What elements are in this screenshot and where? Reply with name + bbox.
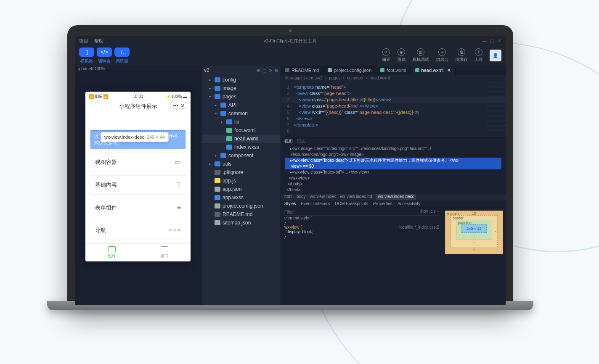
devtools-tab-log[interactable]: 日志 <box>297 138 305 144</box>
devtools-subtab[interactable]: Event Listeners <box>301 201 330 207</box>
collapse-icon[interactable]: ⊟ <box>275 68 278 73</box>
new-folder-icon[interactable]: ▢ <box>262 68 266 73</box>
simulator-toggle[interactable]: ▯ <box>79 47 94 57</box>
tree-root[interactable]: v2 <box>204 67 209 73</box>
upload-button[interactable]: ↥上传 <box>474 48 483 63</box>
devtools-tab-view[interactable]: 视图 <box>284 138 293 144</box>
folder-node[interactable]: ▾pages <box>201 92 281 101</box>
tabs-overflow-icon[interactable]: ⋯ <box>494 66 506 75</box>
tab-api[interactable]: 接口 <box>138 244 191 261</box>
cls-toggle[interactable]: .cls <box>429 209 435 215</box>
element-tooltip: wx-view.index-desc240 × 44 <box>101 132 169 142</box>
card-item[interactable]: 视图容器▭ <box>90 153 186 172</box>
devtools-subtab[interactable]: DOM Breakpoints <box>335 201 368 207</box>
file-node[interactable]: foot.wxml <box>201 126 281 135</box>
device-label[interactable]: iphone6 100% <box>75 66 201 75</box>
file-node[interactable]: app.json <box>201 185 281 193</box>
card-item[interactable]: 表单组件≡ <box>90 198 186 217</box>
nav-title: 小程序组件展示 <box>119 103 157 109</box>
tab-component[interactable]: 组件 <box>85 244 138 261</box>
minimap[interactable] <box>487 82 506 133</box>
background-button[interactable]: ⇥切后台 <box>436 48 448 63</box>
menu-bar: 项目 帮助 v2-FinClip小程序开发工具 — ▢ ✕ <box>75 36 506 45</box>
folder-node[interactable]: ▸image <box>201 84 281 92</box>
folder-node[interactable]: ▸utils <box>201 160 281 168</box>
file-node[interactable]: .gitignore <box>201 168 281 177</box>
dom-breadcrumb[interactable]: htmlbodywx-view.indexwx-view.index-hdwx-… <box>281 194 506 200</box>
simulator-label: 模拟器 <box>80 58 93 64</box>
capsule-button[interactable]: •••⊙ <box>170 102 187 109</box>
dom-tree[interactable]: ▸<wx-image class="index-logo" src="../re… <box>281 145 506 194</box>
file-node[interactable]: head.wxml <box>201 135 281 143</box>
status-time: 10:01 <box>85 94 191 99</box>
menu-help[interactable]: 帮助 <box>94 38 103 44</box>
folder-node[interactable]: ▾common <box>201 109 281 118</box>
code-editor[interactable]: 1<template name="head">2 <view class="pa… <box>281 82 506 137</box>
devtools-panel: 视图 日志 ▸<wx-image class="index-logo" src=… <box>281 137 506 305</box>
editor-tab[interactable]: head.wxml✕ <box>411 66 456 75</box>
editor-pane: README.mdproject.config.jsonfoot.wxmlhea… <box>281 66 506 305</box>
box-content: 240 × 44 <box>461 224 487 233</box>
laptop-frame: 项目 帮助 v2-FinClip小程序开发工具 — ▢ ✕ ▯模拟器 </>编辑… <box>67 25 513 310</box>
devtools-subtab[interactable]: Properties <box>373 201 392 207</box>
file-tree-pane: v2 ⊞ ▢ ⟳ ⊟ ▸config▸image▾pages▸API▾commo… <box>201 66 281 305</box>
maximize-icon[interactable]: ▢ <box>490 38 494 44</box>
devtools-subtab[interactable]: Styles <box>284 201 296 207</box>
file-node[interactable]: app.js <box>201 177 281 185</box>
minimize-icon[interactable]: — <box>482 38 487 44</box>
folder-node[interactable]: ▸component <box>201 151 281 160</box>
file-node[interactable]: project.config.json <box>201 202 281 210</box>
camera-dot <box>289 29 292 32</box>
styles-panel[interactable]: :hov .cls + element.style { } </span><sp… <box>281 208 443 305</box>
folder-node[interactable]: ▸API <box>201 101 281 109</box>
window-title: v2-FinClip小程序开发工具 <box>75 38 506 44</box>
avatar[interactable]: 👤 <box>490 50 501 61</box>
simulator-pane: iphone6 100% 📶 IDE 📶 10:01 ⚡100% ▬ 小程序组件… <box>75 66 201 305</box>
preview-button[interactable]: ◉预览 <box>397 48 406 63</box>
ide-window: 项目 帮助 v2-FinClip小程序开发工具 — ▢ ✕ ▯模拟器 </>编辑… <box>75 36 506 305</box>
clear-cache-button[interactable]: 🗑清缓存 <box>455 48 468 63</box>
menu-project[interactable]: 项目 <box>79 38 88 44</box>
styles-filter-input[interactable] <box>284 209 420 215</box>
file-node[interactable]: app.wxss <box>201 193 281 202</box>
editor-toggle[interactable]: </> <box>97 47 112 57</box>
card-item[interactable]: 基础内容𝕋 <box>90 175 186 195</box>
editor-tab[interactable]: README.md <box>281 66 323 75</box>
add-style-icon[interactable]: + <box>437 209 439 215</box>
compile-button[interactable]: ⟳编译 <box>382 48 390 63</box>
folder-node[interactable]: ▸config <box>201 76 281 84</box>
close-icon[interactable]: ✕ <box>498 38 501 44</box>
folder-node[interactable]: ▸lib <box>201 118 281 126</box>
breadcrumb[interactable]: fino-applet-demo-v2›pages›common›head.wx… <box>281 75 506 82</box>
editor-tab[interactable]: foot.wxml <box>376 66 411 75</box>
debugger-label: 调试器 <box>116 58 128 64</box>
debugger-toggle[interactable]: ⎍ <box>114 47 130 57</box>
file-node[interactable]: index.wxss <box>201 143 281 151</box>
editor-tab[interactable]: project.config.json <box>323 66 376 75</box>
phone-preview: 📶 IDE 📶 10:01 ⚡100% ▬ 小程序组件展示 •••⊙ wx-vi… <box>85 92 191 261</box>
element-style-rule[interactable]: element.style { <box>284 216 439 220</box>
card-item[interactable]: 导航∘∘∘ <box>90 221 186 240</box>
box-model: margin10 border- padding- 240 × 44 - - - <box>443 208 506 305</box>
devtools-subtab[interactable]: Accessibility <box>398 201 420 207</box>
new-file-icon[interactable]: ⊞ <box>257 68 260 73</box>
refresh-icon[interactable]: ⟳ <box>269 68 272 73</box>
file-node[interactable]: sitemap.json <box>201 219 281 227</box>
remote-debug-button[interactable]: ▤真机调试 <box>412 48 429 63</box>
hov-toggle[interactable]: :hov <box>420 209 428 215</box>
editor-label: 编辑器 <box>98 58 111 64</box>
file-node[interactable]: README.md <box>201 210 281 219</box>
toolbar: ▯模拟器 </>编辑器 ⎍调试器 ⟳编译 ◉预览 ▤真机调试 ⇥切后台 🗑清缓存… <box>75 45 506 66</box>
